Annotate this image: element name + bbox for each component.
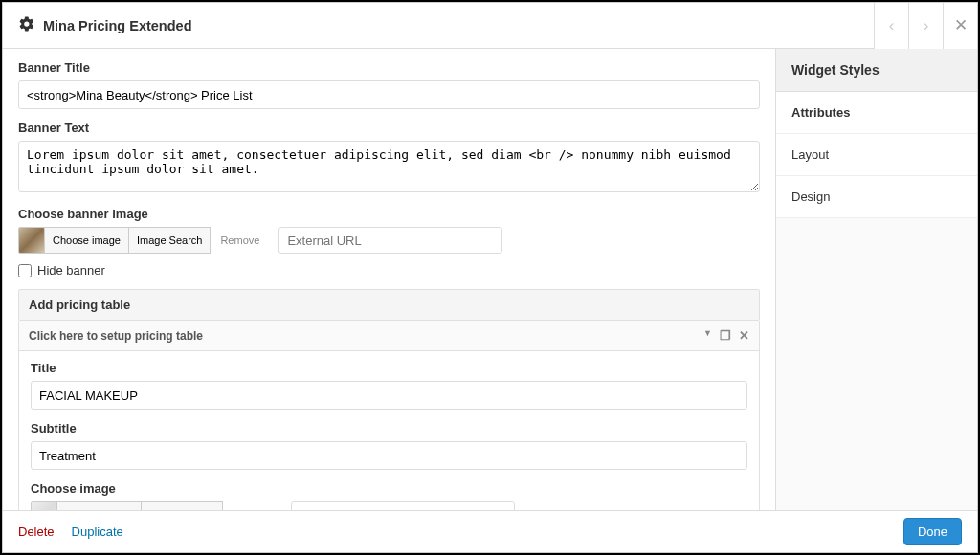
external-url-input[interactable] bbox=[278, 227, 502, 254]
banner-text-label: Banner Text bbox=[18, 121, 760, 135]
pricing-table-expanded: Title Subtitle Choose image Choose image… bbox=[18, 351, 760, 510]
choose-banner-image-label: Choose banner image bbox=[18, 207, 760, 221]
banner-text-textarea[interactable]: Lorem ipsum dolor sit amet, consectetuer… bbox=[18, 141, 760, 192]
table-image-thumb[interactable] bbox=[31, 501, 57, 510]
sidebar-tab-layout[interactable]: Layout bbox=[776, 134, 977, 176]
sidebar-tab-design[interactable]: Design bbox=[776, 176, 977, 218]
duplicate-icon[interactable]: ❐ bbox=[720, 328, 731, 343]
close-icon[interactable]: ✕ bbox=[739, 328, 749, 343]
close-button[interactable]: ✕ bbox=[943, 3, 977, 49]
banner-image-thumb[interactable] bbox=[18, 227, 45, 254]
remove-image-link[interactable]: Remove bbox=[211, 234, 269, 246]
table-choose-image-button[interactable]: Choose image bbox=[56, 501, 142, 510]
add-pricing-table-header: Add pricing table bbox=[18, 289, 760, 321]
modal-title-text: Mina Pricing Extended bbox=[43, 18, 192, 33]
main-panel: Banner Title Banner Text Lorem ipsum dol… bbox=[3, 49, 776, 510]
sidebar-header: Widget Styles bbox=[776, 49, 977, 92]
duplicate-link[interactable]: Duplicate bbox=[72, 524, 123, 539]
modal-footer: Delete Duplicate Done bbox=[3, 510, 977, 552]
chevron-down-icon[interactable]: ▼ bbox=[703, 328, 712, 343]
choose-image-button[interactable]: Choose image bbox=[44, 227, 129, 254]
next-button[interactable]: › bbox=[908, 3, 943, 49]
prev-button[interactable]: ‹ bbox=[874, 3, 908, 49]
delete-link[interactable]: Delete bbox=[18, 524, 55, 539]
sidebar: Widget Styles Attributes Layout Design bbox=[776, 49, 977, 510]
table-title-input[interactable] bbox=[31, 381, 747, 410]
hide-banner-checkbox[interactable] bbox=[18, 264, 32, 278]
done-button[interactable]: Done bbox=[903, 518, 962, 545]
table-subtitle-label: Subtitle bbox=[31, 421, 747, 435]
image-search-button[interactable]: Image Search bbox=[128, 227, 211, 254]
banner-title-label: Banner Title bbox=[18, 60, 760, 75]
table-image-search-button[interactable]: Image Search bbox=[141, 501, 223, 510]
pricing-table-record-label: Click here to setup pricing table bbox=[29, 329, 203, 343]
gear-icon bbox=[18, 15, 35, 35]
hide-banner-label: Hide banner bbox=[37, 263, 105, 278]
table-choose-image-label: Choose image bbox=[31, 481, 747, 496]
sidebar-tab-attributes[interactable]: Attributes bbox=[776, 92, 977, 134]
pricing-table-record-bar[interactable]: Click here to setup pricing table ▼ ❐ ✕ bbox=[18, 321, 760, 351]
table-external-url-input[interactable] bbox=[291, 501, 515, 510]
modal-frame: Mina Pricing Extended ‹ › ✕ Banner Title… bbox=[2, 2, 978, 553]
modal-body: Banner Title Banner Text Lorem ipsum dol… bbox=[3, 49, 977, 510]
banner-title-input[interactable] bbox=[18, 80, 760, 109]
table-title-label: Title bbox=[31, 361, 747, 375]
modal-header: Mina Pricing Extended ‹ › ✕ bbox=[3, 3, 977, 49]
modal-title: Mina Pricing Extended bbox=[18, 15, 192, 35]
table-subtitle-input[interactable] bbox=[31, 441, 747, 470]
